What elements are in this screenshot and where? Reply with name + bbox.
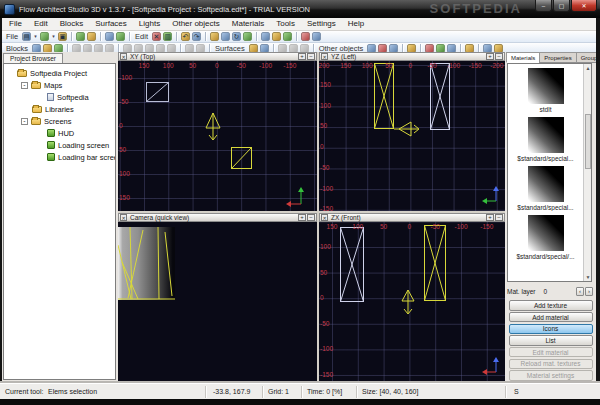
viewport-yz-title: YZ (Left) [331,53,356,60]
minimize-viewport-icon[interactable]: − [495,214,503,221]
ruler-label: 150 [320,81,331,88]
menu-item-tools[interactable]: Tools [270,18,301,30]
scroll-down-icon[interactable]: ▼ [584,274,592,280]
material-name: $standard/special... [510,204,581,211]
material-item[interactable]: stdlt [510,68,581,113]
minimize-viewport-icon[interactable]: − [307,214,315,221]
save-icon[interactable]: ▣ [58,32,67,41]
preview-window-icon[interactable] [116,32,125,41]
delete-icon[interactable]: ✕ [152,32,161,41]
tree-item-loading-screen[interactable]: Loading screen [4,139,115,151]
close-viewport-icon[interactable]: ✕ [120,214,127,221]
ruler-label: 100 [163,62,174,69]
mat-layer-increment-icon[interactable]: › [585,287,593,296]
tab-materials[interactable]: Materials [506,52,540,63]
ruler-label: 50 [380,223,387,230]
tree-item-libraries[interactable]: Libraries [4,103,115,115]
material-item[interactable]: $standard/special... [510,117,581,162]
ruler-label: 100 [362,62,373,69]
rotate-icon[interactable]: ↻ [232,32,241,41]
tree-item-softpedia-project[interactable]: Softpedia Project [4,67,115,79]
ruler-label: 100 [320,243,331,250]
maximize-viewport-icon[interactable]: + [486,53,494,60]
materials-scrollbar[interactable]: ▲ ▼ [583,64,591,281]
edit-points-icon[interactable] [261,32,270,41]
ruler-label: 0 [408,223,412,230]
new-file-icon[interactable]: ▤ [22,32,31,41]
menu-item-lights[interactable]: Lights [133,18,166,30]
select-icon[interactable] [210,32,219,41]
undo-icon[interactable]: ↶ [181,32,190,41]
folder-icon [32,106,42,113]
close-viewport-icon[interactable]: ✕ [321,214,328,221]
group-icon[interactable] [283,32,292,41]
copy-icon[interactable]: ▥ [163,32,172,41]
menu-item-materials[interactable]: Materials [226,18,270,30]
tree-item-hud[interactable]: HUD [4,127,115,139]
menu-item-help[interactable]: Help [342,18,370,30]
collapse-icon[interactable]: - [21,118,28,125]
list-button[interactable]: List [509,335,593,346]
tab-project-browser[interactable]: Project Browser [3,53,63,63]
minimize-window-icon[interactable]: – [535,0,552,12]
add-texture-button[interactable]: Add texture [509,300,593,311]
tree-item-screens[interactable]: -Screens [4,115,115,127]
collapse-icon[interactable]: - [21,82,28,89]
new-file-dropdown-icon[interactable]: ▾ [33,32,38,41]
viewport-xy-canvas[interactable]: 150100500-50-100-150-100-50050100150 [118,61,317,211]
move-icon[interactable] [221,32,230,41]
material-preview-icon[interactable] [312,32,321,41]
import-icon[interactable] [76,32,85,41]
close-window-icon[interactable]: ✕ [571,0,597,12]
tree-item-softpedia[interactable]: Softpedia [4,91,115,103]
material-item[interactable]: $standard/special... [510,166,581,211]
tree-item-loading-bar-screen[interactable]: Loading bar screen [4,151,115,163]
tab-properties[interactable]: Properties [539,52,576,63]
icons-button[interactable]: Icons [509,324,593,335]
minimize-viewport-icon[interactable]: − [495,53,503,60]
yz-shapes [319,61,505,211]
minimize-viewport-icon[interactable]: − [307,53,315,60]
tree-item-label: Softpedia Project [30,69,87,78]
material-name: $standard/special... [510,155,581,162]
open-file-dropdown-icon[interactable]: ▾ [51,32,56,41]
maximize-viewport-icon[interactable]: + [298,214,306,221]
material-item[interactable]: $standard/special/... [510,215,581,260]
viewport-camera-canvas[interactable] [118,222,317,382]
menu-item-blocks[interactable]: Blocks [54,18,90,30]
add-material-button[interactable]: Add material [509,312,593,323]
menu-item-edit[interactable]: Edit [28,18,54,30]
resize-icon[interactable] [243,32,252,41]
menu-item-surfaces[interactable]: Surfaces [89,18,133,30]
snap-icon[interactable] [272,32,281,41]
scroll-up-icon[interactable]: ▲ [584,65,592,71]
redo-icon[interactable]: ↷ [192,32,201,41]
ruler-label: -50 [430,223,439,230]
export-icon[interactable] [87,32,96,41]
viewport-yz-canvas[interactable]: 200150100500-50-100-150-200150100500-50-… [319,61,505,211]
map-icon [47,93,54,101]
ruler-label: 100 [320,102,331,109]
window-right-border [596,18,600,399]
maximize-window-icon[interactable]: ▢ [553,0,570,12]
close-viewport-icon[interactable]: ✕ [321,53,328,60]
close-viewport-icon[interactable]: ✕ [120,53,127,60]
camera-wireframe [118,222,317,382]
viewport-camera-title: Camera (quick view) [130,214,189,221]
viewport-zx-canvas[interactable]: 150100500-50-100-150100500-50-100-150 [319,222,505,382]
tree-item-maps[interactable]: -Maps [4,79,115,91]
ruler-label: 200 [319,62,329,69]
scrollbar-thumb[interactable] [585,114,591,169]
menu-item-other-objects[interactable]: Other objects [166,18,226,30]
show-grid-icon[interactable] [105,32,114,41]
viewport-zx-header: ✕ ZX (Front) + − [319,213,505,222]
zx-axis-indicator [482,357,499,375]
maximize-viewport-icon[interactable]: + [486,214,494,221]
menu-item-settings[interactable]: Settings [301,18,342,30]
mat-layer-decrement-icon[interactable]: ‹ [576,287,584,296]
menu-item-file[interactable]: File [3,18,28,30]
open-file-icon[interactable] [40,32,49,41]
measure-icon[interactable] [301,32,310,41]
ruler-label: 50 [320,269,327,276]
maximize-viewport-icon[interactable]: + [298,53,306,60]
